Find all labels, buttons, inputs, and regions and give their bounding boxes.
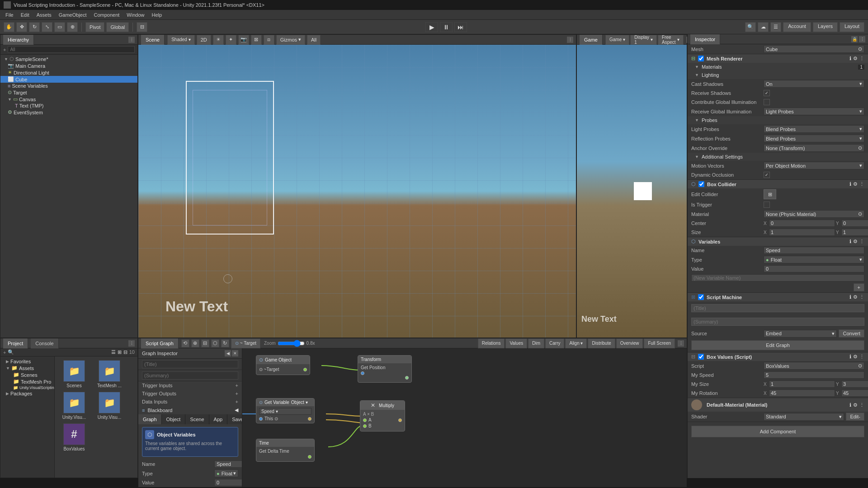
overview-btn[interactable]: Overview xyxy=(616,338,643,348)
mesh-dropdown[interactable]: Cube ⊙ xyxy=(764,45,864,53)
display-dropdown[interactable]: Display 1 ▾ xyxy=(630,35,657,45)
sm-gear-icon[interactable]: ⚙ xyxy=(853,294,858,300)
anchor-override-dropdown[interactable]: None (Transform) ⊙ xyxy=(764,144,864,152)
game-dropdown[interactable]: Game ▾ xyxy=(605,35,629,45)
scene-tab[interactable]: Scene xyxy=(141,35,165,45)
asset-uvs1[interactable]: 📁 Unity.Visu... xyxy=(58,392,90,420)
bc-material-dropdown[interactable]: None (Physic Material) ⊙ xyxy=(764,210,864,218)
favorites-item[interactable]: ▶ Favorites xyxy=(2,358,52,365)
play-button[interactable]: ▶ xyxy=(425,22,438,32)
script-machine-header[interactable]: ⊠ Script Machine ℹ ⚙ ⋮ xyxy=(688,293,868,301)
project-tab[interactable]: Project xyxy=(3,338,28,348)
hierarchy-search[interactable] xyxy=(8,46,135,53)
sg-btn2[interactable]: ⊕ xyxy=(191,339,199,347)
relations-btn[interactable]: Relations xyxy=(478,338,505,348)
sm-dots-icon[interactable]: ⋮ xyxy=(859,294,864,300)
pause-button[interactable]: ⏸ xyxy=(440,22,453,32)
graph-tab-graph[interactable]: Graph xyxy=(138,414,162,424)
sg-menu-btn[interactable]: ⋮ xyxy=(678,340,684,347)
scene-canvas[interactable]: New Text xyxy=(138,45,576,338)
project-icon2[interactable]: ⊞ xyxy=(118,349,122,355)
graph-tab-object[interactable]: Object xyxy=(162,414,186,424)
mr-gear-icon[interactable]: ⚙ xyxy=(853,56,858,61)
gv-speed-dropdown[interactable]: Speed ▾ xyxy=(259,408,311,415)
shaded-dropdown[interactable]: Shaded ▾ xyxy=(167,35,194,45)
bv-info-icon[interactable]: ℹ xyxy=(849,354,851,360)
dm-header[interactable]: Default-Material (Material) ℹ ⚙ ⋮ xyxy=(688,398,868,412)
gi-expand-btn[interactable]: ◀ xyxy=(225,350,231,357)
2d-button[interactable]: 2D xyxy=(197,35,211,45)
mr-enabled-checkbox[interactable] xyxy=(698,56,704,61)
scenes-tree-item[interactable]: 📁 Scenes xyxy=(2,371,52,378)
variables-header[interactable]: ⬡ Variables ℹ ⚙ ⋮ xyxy=(688,237,868,246)
add-component-btn[interactable]: Add Component xyxy=(691,426,864,437)
scriptgraph-tab[interactable]: Script Graph xyxy=(141,338,179,348)
inspector-menu-btn[interactable]: ⋮ xyxy=(859,36,865,42)
tree-item-cube[interactable]: ⬜ Cube xyxy=(0,76,137,83)
bv-gear-icon[interactable]: ⚙ xyxy=(853,354,858,360)
project-icon3[interactable]: ⊟ xyxy=(123,349,127,355)
lighting-toggle[interactable]: ☀ xyxy=(213,35,224,45)
scene-tool1[interactable]: ⊠ xyxy=(251,35,262,45)
tree-item-text-tmp[interactable]: T Text (TMP) xyxy=(0,103,137,109)
gi-data-inputs-section[interactable]: Data Inputs + xyxy=(138,398,242,406)
sm-source-dropdown[interactable]: Embed ▾ xyxy=(764,330,837,338)
fullscreen-btn[interactable]: Full Screen xyxy=(644,338,675,348)
gi-name-input[interactable] xyxy=(214,460,242,468)
dm-edit-btn[interactable]: Edit- xyxy=(846,413,864,421)
sm-convert-btn[interactable]: Convert xyxy=(839,329,864,338)
bv-rot-x-input[interactable] xyxy=(769,389,835,397)
pivot-button[interactable]: Pivot xyxy=(85,22,104,32)
sm-enabled-checkbox[interactable] xyxy=(698,294,704,300)
move-tool[interactable]: ✥ xyxy=(16,22,27,32)
sm-title-input[interactable] xyxy=(691,304,864,312)
global-button[interactable]: Global xyxy=(106,22,129,32)
rotate-tool[interactable]: ↻ xyxy=(29,22,40,32)
menu-window[interactable]: Window xyxy=(123,10,148,20)
project-icon1[interactable]: ☰ xyxy=(111,349,116,355)
textmeshpro-tree-item[interactable]: 📁 TextMesh Pro xyxy=(2,378,52,385)
gi-close-btn[interactable]: ✕ xyxy=(232,350,238,357)
packages-tree-item[interactable]: ▶ Packages xyxy=(2,390,52,397)
node-game-object[interactable]: ⊙ Game Object ⊙ ~Target xyxy=(256,355,310,375)
tree-item-scene-variables[interactable]: ≡ Scene Variables xyxy=(0,83,137,89)
hand-tool[interactable]: ✋ xyxy=(4,22,14,32)
contribute-gi-check[interactable] xyxy=(764,99,770,105)
node-get-delta-time[interactable]: Time Get Delta Time xyxy=(256,439,315,462)
project-menu-btn[interactable]: ⋮ xyxy=(128,340,135,347)
is-trigger-check[interactable] xyxy=(764,202,770,208)
align-btn[interactable]: Align ▾ xyxy=(565,338,587,348)
account-button[interactable]: Account xyxy=(783,22,811,32)
lighting-subheader[interactable]: ▼ Lighting xyxy=(688,71,868,79)
scene-all-btn[interactable]: All xyxy=(307,35,321,45)
mesh-renderer-header[interactable]: ⊟ Mesh Renderer ℹ ⚙ ⋮ xyxy=(688,54,868,63)
layers-button[interactable]: Layers xyxy=(813,22,838,32)
sm-edit-graph-btn[interactable]: Edit Graph xyxy=(691,340,864,350)
snap-button[interactable]: ⊟ xyxy=(137,22,147,32)
node-get-variable[interactable]: ⊙ Get Variable Object ▾ Speed ▾ xyxy=(256,398,315,423)
gi-trigger-inputs-section[interactable]: Trigger Inputs + xyxy=(138,381,242,389)
bv-enabled-checkbox[interactable] xyxy=(698,354,704,360)
gi-trigger-outputs-section[interactable]: Trigger Outputs + xyxy=(138,389,242,398)
carry-btn[interactable]: Carry xyxy=(545,338,564,348)
box-collider-header[interactable]: ⬡ Box Collider ℹ ⚙ ⋮ xyxy=(688,180,868,188)
project-plus-icon[interactable]: + xyxy=(3,350,6,355)
mr-dots-icon[interactable]: ⋮ xyxy=(859,56,864,61)
mr-info-icon[interactable]: ℹ xyxy=(849,56,851,61)
sg-btn4[interactable]: ⬡ xyxy=(211,339,219,347)
project-search-icon[interactable]: 🔍 xyxy=(8,349,14,355)
asset-textmesh[interactable]: 📁 TextMesh ... xyxy=(94,360,125,388)
transform-tool[interactable]: ⊕ xyxy=(67,22,78,32)
scale-tool[interactable]: ⤡ xyxy=(42,22,52,32)
vars-add-btn[interactable]: + xyxy=(854,283,864,291)
menu-help[interactable]: Help xyxy=(148,10,165,20)
size-x-input[interactable] xyxy=(769,229,835,236)
menu-assets[interactable]: Assets xyxy=(33,10,55,20)
dm-shader-dropdown[interactable]: Standard ▾ xyxy=(764,413,844,421)
node-multiply[interactable]: ✕ Multiply A × B A xyxy=(360,400,405,432)
asset-scenes[interactable]: 📁 Scenes xyxy=(58,360,90,388)
vars-gear-icon[interactable]: ⚙ xyxy=(853,239,858,244)
values-btn[interactable]: Values xyxy=(505,338,527,348)
asset-boxvalues[interactable]: # BoxValues xyxy=(58,423,90,451)
tree-item-maincamera[interactable]: 📷 Main Camera xyxy=(0,62,137,69)
